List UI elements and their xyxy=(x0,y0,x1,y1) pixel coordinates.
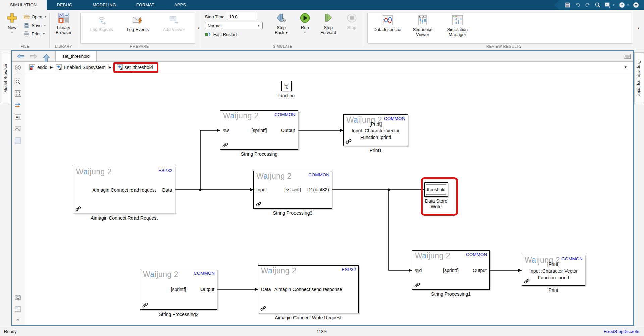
svg-text:A: A xyxy=(16,115,18,119)
svg-text:»: » xyxy=(606,3,607,6)
new-button[interactable]: New ▼ xyxy=(2,12,22,36)
hide-browser-icon[interactable] xyxy=(14,64,21,71)
chevron-down-icon[interactable]: ▼ xyxy=(612,4,615,7)
block-name-label: String Processing xyxy=(219,151,300,157)
simulation-mode-value: Normal xyxy=(208,23,222,28)
help-icon[interactable]: ? xyxy=(619,2,625,8)
screenshot-icon[interactable] xyxy=(14,294,21,301)
navigate-up-icon[interactable] xyxy=(42,53,51,60)
ribbon-tab-debug[interactable]: DEBUG xyxy=(47,0,82,10)
step-back-icon xyxy=(276,12,287,24)
navigate-forward-icon[interactable] xyxy=(29,53,38,60)
sequence-viewer-button[interactable]: Sequence Viewer xyxy=(405,14,440,43)
breadcrumb: esdc▶Enabled Subsystem▶set_threshold▼ xyxy=(24,62,633,73)
breadcrumb-label: set_threshold xyxy=(125,65,153,70)
block-data-store-write[interactable]: threshold xyxy=(424,182,448,197)
log-events-button[interactable]: Log Events xyxy=(120,14,156,43)
open-button[interactable]: Open ▼ xyxy=(22,13,48,21)
ribbon-tab-format[interactable]: FORMAT xyxy=(126,0,164,10)
block-string-processing[interactable]: Waijung 2COMMON%s[sprintf]Output xyxy=(220,110,298,150)
area-icon[interactable] xyxy=(14,137,21,144)
waijung2-logo: Waijung 2 xyxy=(415,251,450,260)
print-button[interactable]: Print ▼ xyxy=(22,30,48,38)
section-file: New ▼ Open ▼ Save ▼ Print ▼ xyxy=(2,10,48,50)
annotation-icon[interactable]: A xyxy=(14,113,21,121)
fit-to-view-icon[interactable] xyxy=(14,90,21,97)
block-description: [Print]Input :Character VectorFunction :… xyxy=(522,261,585,281)
search-icon[interactable] xyxy=(594,2,601,8)
divider xyxy=(49,13,50,48)
run-button[interactable]: Run▼ xyxy=(293,12,317,36)
solver-badge[interactable]: FixedStepDiscrete xyxy=(604,329,644,334)
block-description: [Print]Input :Character VectorFunction :… xyxy=(344,121,408,141)
add-viewer-icon xyxy=(168,14,180,26)
block-name-label: Data Store Write xyxy=(421,198,452,210)
model-browser-tab[interactable]: Model Browser xyxy=(1,53,10,103)
log-signals-button: Log Signals xyxy=(84,14,120,43)
ribbon-tab-apps[interactable]: APPS xyxy=(164,0,196,10)
block-string-processing2[interactable]: Waijung 2COMMON[sprintf]Output xyxy=(140,269,217,310)
block-string-processing1[interactable]: Waijung 2COMMON%d[sprintf]Output xyxy=(412,250,490,290)
image-icon[interactable] xyxy=(14,125,21,132)
gallery-expand-icon[interactable]: ▼ xyxy=(635,27,642,30)
collapse-strip-icon[interactable]: « xyxy=(16,318,19,322)
step-forward-button[interactable]: Step Forward xyxy=(317,12,340,36)
navigate-back-icon[interactable] xyxy=(16,53,25,60)
update-diagram-icon[interactable] xyxy=(14,102,21,109)
block-string-processing3[interactable]: Waijung 2COMMONInput[sscanf]D1(uint32) xyxy=(253,171,332,209)
simulation-mode-dropdown[interactable]: Normal ▼ xyxy=(205,22,263,29)
breadcrumb-item-esdc[interactable]: esdc xyxy=(27,63,49,71)
property-inspector-tab[interactable]: Property Inspector xyxy=(634,52,644,104)
breadcrumb-item-set_threshold[interactable]: set_threshold xyxy=(113,62,158,73)
save-button[interactable]: Save ▼ xyxy=(22,21,48,30)
fast-restart-toggle[interactable]: Fast Restart xyxy=(205,31,263,38)
block-print1[interactable]: Waijung 2COMMON[Print]Input :Character V… xyxy=(343,114,408,146)
redo-icon[interactable] xyxy=(584,2,591,8)
review-results-gallery: Data InspectorSequence ViewerSimulation … xyxy=(367,13,633,44)
library-browser-label: Library Browser xyxy=(53,25,75,35)
chain-link-icon xyxy=(256,201,261,207)
ribbon-tab-modeling[interactable]: MODELING xyxy=(83,0,126,10)
chevron-down-icon[interactable]: ▼ xyxy=(627,4,629,7)
stop-button: Stop xyxy=(340,12,364,36)
output-port-label: Data xyxy=(162,187,172,193)
undo-icon[interactable] xyxy=(574,2,581,8)
block-aimagin-connect-read-request[interactable]: Waijung 2ESP32Aimagin Connect read reque… xyxy=(73,166,175,213)
section-label-prepare: PREPARE xyxy=(79,44,200,50)
model-canvas[interactable]: f()functionWaijung 2COMMON%s[sprintf]Out… xyxy=(24,73,633,325)
layout-icon[interactable] xyxy=(14,306,21,313)
guided-actions-icon[interactable]: » xyxy=(604,2,611,8)
block-aimagin-connect-write-request[interactable]: Waijung 2ESP32DataAimagin Connect send r… xyxy=(258,265,359,313)
waijung2-logo: Waijung 2 xyxy=(76,167,112,176)
button-label: Add Viewer xyxy=(163,27,185,32)
editor-layout-icon[interactable] xyxy=(624,54,631,59)
block-print[interactable]: Waijung 2COMMON[Print]Input :Character V… xyxy=(522,255,585,286)
breadcrumb-item-enabled-subsystem[interactable]: Enabled Subsystem xyxy=(54,63,108,71)
step-forward-icon xyxy=(323,12,334,24)
step-back-button[interactable]: Step Back ▾ xyxy=(270,12,293,36)
ribbon-tab-simulation[interactable]: SIMULATION xyxy=(0,0,47,10)
section-library: Library Browser LIBRARY xyxy=(51,10,77,50)
zoom-region-icon[interactable] xyxy=(14,78,21,85)
save-icon[interactable] xyxy=(564,2,571,8)
section-label-review-results: REVIEW RESULTS xyxy=(366,44,642,50)
library-browser-button[interactable]: Library Browser xyxy=(51,12,77,36)
chain-link-icon xyxy=(222,142,228,148)
stop-icon xyxy=(346,12,358,24)
collapse-toolstrip-icon[interactable] xyxy=(633,2,639,8)
block-function[interactable]: f() xyxy=(281,81,292,91)
library-browser-icon xyxy=(58,12,69,24)
new-label: New xyxy=(8,25,16,30)
simulation-manager-button[interactable]: Simulation Manager xyxy=(440,14,475,43)
breadcrumb-separator-icon: ▶ xyxy=(50,65,53,69)
chain-link-icon xyxy=(260,306,266,311)
document-tab[interactable]: set_threshold xyxy=(55,51,97,61)
stop-time-input[interactable] xyxy=(227,13,257,20)
waijung2-logo: Waijung 2 xyxy=(256,172,292,181)
breadcrumb-dropdown-icon[interactable]: ▼ xyxy=(624,65,631,69)
save-icon xyxy=(23,22,30,29)
data-inspector-button[interactable]: Data Inspector xyxy=(370,14,405,43)
chain-link-icon xyxy=(346,139,352,144)
section-simulate: Stop Time Normal ▼ Fast Restart Step Bac… xyxy=(202,10,364,50)
button-label: Stop xyxy=(347,25,356,30)
